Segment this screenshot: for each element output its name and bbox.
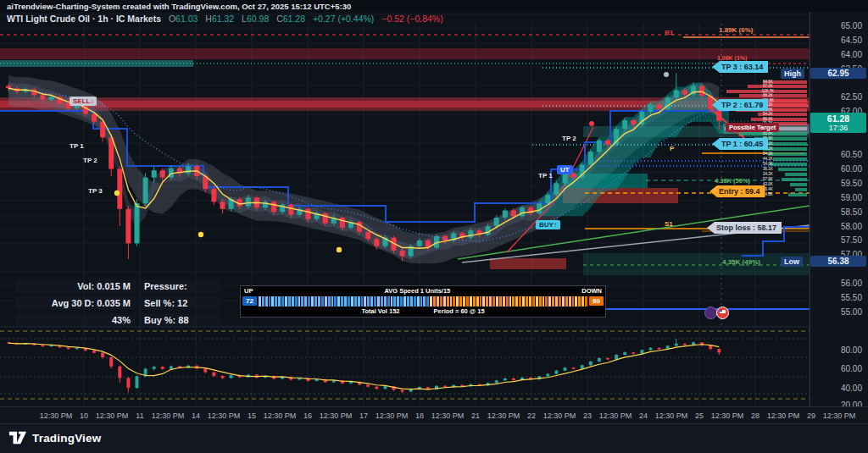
gauge-segment bbox=[545, 296, 548, 307]
gauge-down-value: 80 bbox=[589, 296, 604, 306]
gauge-segment bbox=[308, 296, 310, 307]
gauge-segment bbox=[321, 296, 324, 307]
sell-signal-label[interactable]: SELL↓ bbox=[70, 97, 97, 106]
gauge-up-value: 72 bbox=[242, 296, 257, 306]
osc-body bbox=[581, 365, 584, 368]
osc-body bbox=[683, 344, 687, 345]
price-tick[interactable]: 59.00 bbox=[841, 193, 862, 202]
candle-body bbox=[125, 209, 131, 244]
osc-body bbox=[717, 349, 721, 352]
price-tick[interactable]: 60.50 bbox=[841, 150, 862, 159]
volume-profile-value: 36.1K bbox=[763, 167, 773, 171]
gauge-segment bbox=[370, 296, 373, 307]
candle-body bbox=[622, 120, 627, 129]
candle-body bbox=[323, 213, 328, 224]
osc-body bbox=[709, 345, 712, 349]
candle-body bbox=[374, 239, 379, 246]
gauge-segment bbox=[447, 296, 449, 307]
candle-body bbox=[657, 104, 662, 108]
osc-body bbox=[598, 358, 601, 362]
osc-body bbox=[126, 378, 130, 388]
stat-pressure: Pressure: bbox=[139, 279, 220, 293]
tp3-left-marker: TP 3 bbox=[88, 187, 103, 195]
gauge-segment bbox=[489, 296, 492, 307]
price-tick[interactable]: 57.50 bbox=[841, 235, 862, 245]
price-tick[interactable]: 65.00 bbox=[841, 21, 862, 30]
price-tick[interactable]: 60.00 bbox=[841, 164, 862, 174]
gauge-segment bbox=[331, 296, 334, 307]
badge-icon-red[interactable] bbox=[716, 307, 729, 319]
tradingview-logo[interactable]: TradingView bbox=[8, 429, 101, 446]
osc-body bbox=[170, 367, 173, 369]
gauge-segment bbox=[532, 296, 535, 307]
gauge-segment bbox=[450, 296, 453, 307]
gauge-total-vol: Total Vol 152 bbox=[361, 307, 399, 315]
gauge-segment bbox=[581, 296, 584, 307]
candle-body bbox=[400, 251, 405, 257]
price-tick[interactable]: 59.50 bbox=[841, 179, 862, 188]
price-tick[interactable]: 58.00 bbox=[841, 222, 862, 231]
price-tick[interactable]: 56.00 bbox=[841, 279, 862, 288]
osc-body bbox=[495, 380, 498, 383]
yellow-dot-marker bbox=[114, 191, 120, 196]
gauge-segment bbox=[361, 296, 364, 307]
gauge-segment bbox=[542, 296, 545, 307]
volume-profile-value: 44.2K bbox=[763, 157, 773, 161]
volume-profile-value: 57.9K bbox=[763, 177, 773, 181]
high-price-tag: 62.95 bbox=[810, 68, 866, 79]
gauge-segment bbox=[503, 296, 505, 307]
yellow-dot-marker bbox=[337, 247, 342, 252]
price-tick[interactable]: 55.50 bbox=[841, 293, 862, 302]
gauge-segments bbox=[259, 296, 587, 307]
gauge-segment bbox=[470, 296, 472, 307]
time-tick[interactable]: 12:30 PM bbox=[812, 412, 866, 420]
tp1-label[interactable]: TP 1 : 60.45 bbox=[712, 138, 768, 150]
gauge-segment bbox=[288, 296, 291, 307]
gauge-segment bbox=[314, 296, 317, 307]
osc-body bbox=[675, 344, 678, 345]
price-tick[interactable]: 64.50 bbox=[841, 36, 862, 45]
price-tick[interactable]: 80.00 bbox=[841, 345, 862, 355]
stat-pct: 43% bbox=[15, 313, 136, 327]
tp2-label[interactable]: TP 2 : 61.79 bbox=[712, 99, 768, 111]
last-price-tag: 61.28 17:36 bbox=[810, 113, 866, 133]
price-tick[interactable]: 64.00 bbox=[841, 50, 862, 59]
gauge-segment bbox=[473, 296, 476, 307]
entry-label[interactable]: Entry : 59.4 bbox=[709, 185, 765, 197]
osc-body bbox=[692, 342, 695, 345]
price-tick[interactable]: 55.00 bbox=[841, 307, 862, 317]
tradingview-logo-text: TradingView bbox=[32, 432, 101, 445]
pivot-s1-label: S1 bbox=[665, 220, 673, 228]
gauge-segment bbox=[367, 296, 370, 307]
gauge-segment bbox=[281, 296, 284, 307]
gauge-segment bbox=[562, 296, 565, 307]
gauge-segment bbox=[400, 296, 403, 307]
tp2-left-marker: TP 2 bbox=[83, 157, 97, 164]
volume-profile-bar bbox=[790, 183, 807, 186]
gauge-segment bbox=[364, 296, 366, 307]
volume-profile-value: 54.2K bbox=[763, 152, 773, 156]
volume-profile-bar bbox=[778, 168, 807, 171]
tp3-label[interactable]: TP 3 : 63.14 bbox=[712, 61, 768, 73]
price-tick[interactable]: 62.50 bbox=[841, 92, 862, 102]
gauge-segment bbox=[519, 296, 521, 307]
buy-signal-label[interactable]: BUY↑ bbox=[536, 220, 560, 229]
ut-signal-label[interactable]: UT bbox=[557, 165, 573, 174]
speed-gauge: UP AVG Speed 1 Units/15 DOWN 72 80 Total… bbox=[240, 285, 606, 318]
candle-body bbox=[648, 104, 654, 111]
candle-body bbox=[588, 152, 593, 164]
volume-profile-value: 54.0K bbox=[763, 162, 773, 166]
stoploss-label[interactable]: Stop loss : 58.17 bbox=[707, 222, 782, 234]
price-tick[interactable]: 58.50 bbox=[841, 207, 862, 217]
gauge-up-label: UP bbox=[244, 287, 253, 295]
candle-body bbox=[417, 240, 422, 246]
candle-body bbox=[503, 211, 508, 218]
candle-body bbox=[75, 106, 80, 108]
price-tick[interactable]: 40.00 bbox=[841, 384, 862, 393]
price-tick[interactable]: 60.00 bbox=[841, 364, 862, 373]
gauge-segment bbox=[397, 296, 399, 307]
candle-body bbox=[143, 178, 148, 203]
gauge-segment bbox=[374, 296, 376, 307]
osc-body bbox=[383, 386, 387, 389]
badge-icon-purple[interactable] bbox=[704, 307, 717, 319]
